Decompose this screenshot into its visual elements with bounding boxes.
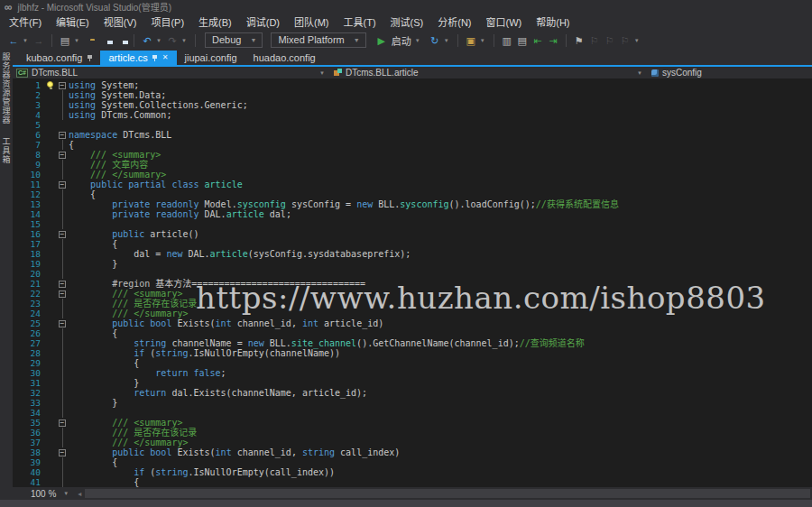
code-line: 28 if (string.IsNullOrEmpty(channelName)… [13, 348, 812, 358]
find-in-files-icon[interactable]: ▣ [465, 33, 477, 48]
undo-icon[interactable]: ↶ [141, 33, 153, 48]
code-line: 24 /// </summary> [13, 309, 812, 318]
line-number: 3 [13, 100, 45, 110]
code-line: 27 string channelName = new BLL.site_cha… [13, 338, 812, 348]
toolbar: ← ▼ → ▤ ▼ ↶ ▼ ↷ ▼ Debug ▼ Mixed Platform… [0, 30, 812, 51]
start-debug-button[interactable]: ▶ 启动 ▼ [372, 33, 426, 48]
indent-decrease-icon[interactable]: ⇤ [531, 33, 544, 48]
lightbulb-icon[interactable] [47, 81, 53, 88]
pin-icon[interactable] [87, 55, 92, 61]
chevron-down-icon: ▼ [637, 70, 644, 76]
bookmark-clear-icon: ⚐ [619, 33, 632, 48]
solution-config-dropdown[interactable]: Debug ▼ [205, 32, 263, 48]
fold-collapse-icon[interactable]: − [59, 181, 66, 189]
fold-collapse-icon[interactable]: − [59, 320, 66, 327]
menu-item-w[interactable]: 窗口(W) [479, 13, 530, 31]
glyph-margin [45, 100, 57, 110]
toolbar-overflow-icon[interactable]: ▼ [480, 38, 487, 43]
outlining-margin [57, 160, 69, 170]
project-dropdown[interactable]: C# DTcms.BLL ▼ [13, 67, 330, 78]
glyph-margin [45, 80, 57, 90]
menu-item-f[interactable]: 文件(F) [2, 13, 49, 31]
undo-caret-icon[interactable]: ▼ [156, 38, 163, 43]
nav-back-caret-icon[interactable]: ▼ [23, 38, 30, 43]
menu-item-e[interactable]: 编辑(E) [49, 13, 97, 31]
scroll-left-icon[interactable]: ◂ [74, 490, 85, 498]
fold-collapse-icon[interactable]: − [59, 132, 66, 139]
menu-item-b[interactable]: 生成(B) [191, 13, 239, 31]
menu-item-s[interactable]: 测试(S) [383, 13, 431, 31]
tab-huadao.config[interactable]: huadao.config [245, 51, 324, 65]
fold-guide-line [62, 309, 63, 318]
pin-icon[interactable] [152, 55, 158, 61]
outlining-margin [57, 378, 69, 388]
new-file-icon[interactable]: ▤ [59, 33, 71, 48]
menu-item-n[interactable]: 分析(N) [430, 13, 478, 31]
outlining-margin [57, 348, 69, 358]
code-line: 30 return false; [13, 368, 812, 378]
line-number: 1 [13, 80, 45, 90]
side-tool-tab[interactable]: 工具箱 [1, 137, 13, 164]
fold-collapse-icon[interactable]: − [59, 82, 66, 89]
side-tool-tab[interactable]: 服务器资源管理器 [1, 52, 13, 124]
glyph-margin [45, 180, 57, 189]
line-number: 6 [13, 130, 45, 140]
glyph-margin [45, 140, 57, 150]
chevron-down-icon: ▼ [319, 70, 327, 76]
code-line: 23 /// 是否存在该记录 [13, 299, 812, 309]
menu-item-p[interactable]: 项目(P) [143, 13, 191, 31]
code-line: 7{ [13, 140, 812, 150]
tab-jiupai.config[interactable]: jiupai.config [177, 51, 245, 65]
menu-item-t[interactable]: 工具(T) [337, 13, 383, 31]
member-dropdown[interactable]: sysConfig [648, 67, 812, 78]
code-text: dal = new DAL.article(sysConfig.sysdatab… [69, 249, 411, 259]
solution-platform-dropdown[interactable]: Mixed Platform ▼ [271, 32, 365, 48]
line-number: 37 [13, 438, 45, 447]
outlining-margin [57, 100, 69, 110]
editor-column: kubao.configarticle.cs✕jiupai.confighuad… [13, 51, 812, 507]
chevron-down-icon: ▼ [63, 491, 69, 496]
fold-collapse-icon[interactable]: − [59, 449, 66, 456]
horizontal-scrollbar[interactable] [85, 489, 810, 498]
tab-kubao.config[interactable]: kubao.config [18, 51, 100, 65]
code-line: 29 { [13, 358, 812, 368]
refresh-icon[interactable]: ↻ [429, 33, 441, 48]
tab-article.cs[interactable]: article.cs✕ [100, 51, 176, 65]
menu-item-h[interactable]: 帮助(H) [529, 13, 577, 31]
toolbar-overflow-icon[interactable]: ▼ [634, 38, 641, 43]
zoom-dropdown[interactable]: 100 % ▼ [25, 487, 74, 500]
field-icon [651, 69, 659, 77]
fold-collapse-icon[interactable]: − [59, 152, 66, 159]
fold-collapse-icon[interactable]: − [59, 231, 66, 238]
fold-guide-line [62, 160, 63, 170]
fold-collapse-icon[interactable]: − [59, 290, 66, 298]
code-editor[interactable]: 1−using System;2using System.Data;3using… [13, 78, 812, 487]
comment-icon[interactable]: ▥ [501, 33, 513, 48]
menu-item-v[interactable]: 视图(V) [97, 13, 144, 31]
line-number: 26 [13, 328, 45, 338]
glyph-margin [45, 110, 57, 120]
outlining-margin [57, 269, 69, 279]
bookmark-icon[interactable]: ⚑ [573, 33, 586, 48]
close-icon[interactable]: ✕ [162, 54, 169, 61]
line-number: 22 [13, 289, 45, 299]
type-dropdown[interactable]: DTcms.BLL.article ▼ [330, 67, 648, 78]
fold-collapse-icon[interactable]: − [59, 419, 66, 427]
line-number: 5 [13, 120, 45, 130]
glyph-margin [45, 457, 57, 467]
indent-increase-icon[interactable]: ⇥ [547, 33, 559, 48]
outlining-margin [57, 189, 69, 199]
outlining-margin [57, 398, 69, 408]
refresh-caret-icon[interactable]: ▼ [444, 38, 451, 43]
line-number: 18 [13, 249, 45, 259]
nav-forward-icon[interactable]: → [32, 33, 45, 48]
fold-collapse-icon[interactable]: − [59, 281, 66, 288]
menu-item-d[interactable]: 调试(D) [239, 13, 287, 31]
new-file-caret-icon[interactable]: ▼ [74, 38, 81, 43]
menu-item-m[interactable]: 团队(M) [287, 13, 337, 31]
nav-back-icon[interactable]: ← [7, 33, 20, 48]
uncomment-icon[interactable]: ▤ [516, 33, 529, 48]
outlining-margin: − [57, 447, 69, 457]
code-line: 6−namespace DTcms.BLL [13, 130, 812, 140]
glyph-margin [45, 398, 57, 408]
